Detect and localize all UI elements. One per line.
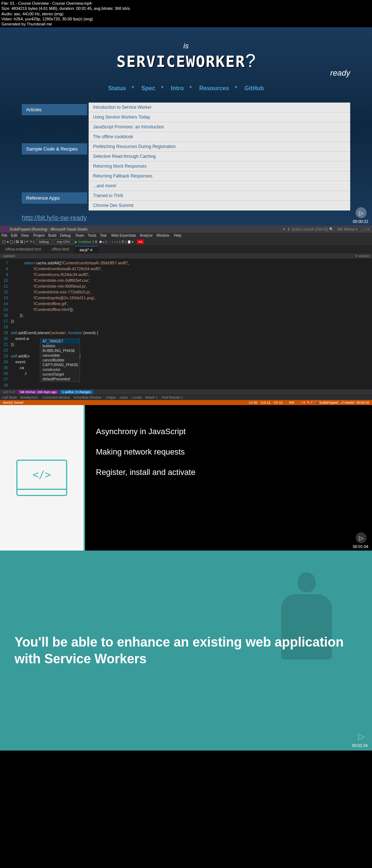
code-line[interactable]: 16 });: [0, 312, 372, 318]
code-line[interactable]: 19self.addEventListener('activate', func…: [0, 330, 372, 336]
section-link[interactable]: Returning Fallback Responses: [89, 171, 350, 181]
intellisense-item[interactable]: cancelable: [40, 353, 80, 358]
status-bar: Item(s) Saved Ln 20 Col 12 Ch 12 INS ↑ 0…: [0, 400, 372, 405]
code-line[interactable]: 12 '/Content/drink-min-772e60c5.js',: [0, 289, 372, 295]
vs-icon: [2, 227, 7, 232]
intellisense-item[interactable]: BUBBLING_PHASE: [40, 348, 80, 353]
breadcrumb[interactable]: <global> ▾ version: [0, 253, 372, 259]
thumbnail-3: </> Asynchrony in JavaScript Making netw…: [0, 405, 372, 551]
tab-offline[interactable]: offline.html: [46, 246, 74, 253]
timestamp: 00:00:22: [353, 219, 368, 224]
intellisense-item[interactable]: bubbles: [40, 344, 80, 348]
thumbnail-1: is SERVICEWORKER? ready Status* Spec* In…: [0, 27, 372, 225]
section-link[interactable]: Trained to Thrill: [89, 191, 350, 201]
topics-list: Asynchrony in JavaScript Making network …: [84, 405, 372, 551]
code-line[interactable]: 14 '/Content/offline.gif',: [0, 301, 372, 307]
code-line[interactable]: 11 '/Content/site-min-f00f9ead.js',: [0, 283, 372, 289]
section-link[interactable]: Returning Mock Responses: [89, 161, 350, 171]
intellisense-item[interactable]: currentTarget: [40, 372, 80, 377]
section-header: Sample Code & Recipes: [22, 143, 87, 155]
timestamp: 00:01:24: [352, 743, 368, 748]
intellisense-item[interactable]: cancelBubble: [40, 358, 80, 363]
section-link[interactable]: ...and more!: [89, 181, 350, 191]
thumbnail-4: You'll be able to enhance an existing we…: [0, 551, 372, 751]
section-link[interactable]: Introduction to Service Worker: [89, 103, 350, 112]
headline-text: You'll be able to enhance an existing we…: [15, 634, 357, 668]
intellisense-item[interactable]: CAPTURING_PHASE: [40, 363, 80, 367]
code-line[interactable]: 13 '/Content/sprite@2x-183dcf11.png',: [0, 295, 372, 301]
vs-menubar[interactable]: FileEditView ProjectBuildDebug TeamTools…: [0, 233, 372, 238]
section-header: Articles: [22, 104, 87, 115]
section-link[interactable]: Selective Read-through Caching: [89, 152, 350, 161]
code-editor[interactable]: 7 return cache.addAll(['/Content/comfort…: [0, 259, 372, 389]
section-link[interactable]: The offline cookbook: [89, 132, 350, 142]
intellisense-item[interactable]: constructor: [40, 367, 80, 372]
editor-tabs[interactable]: offline-embedded.html offline.html sw.js…: [0, 246, 372, 253]
code-line[interactable]: 10 '/Content/site-min-5df883ef.css',: [0, 277, 372, 283]
intellisense-item[interactable]: defaultPrevented: [40, 377, 80, 381]
git-blame-bar: 100 % ▾ Nik Molnar, 168 days ago 1 autho…: [0, 389, 372, 395]
nav-menu[interactable]: Status* Spec* Intro* Resources* GitHub: [22, 85, 350, 92]
thumbnail-2-visualstudio: SodaPopped (Running) - Microsoft Visual …: [0, 225, 372, 405]
timestamp: 00:01:04: [353, 544, 368, 549]
vs-toolbar[interactable]: ◯ ▾ ◯ | 🖫 🖫 | ↶ ↷ | Debug Any CPU ▶ Cont…: [0, 238, 372, 246]
code-line[interactable]: 9 '/Content/icons-f524dc34.woff2',: [0, 272, 372, 277]
section-link[interactable]: Prefetching Resources During Registratio…: [89, 142, 350, 152]
intellisense-item[interactable]: AT_TARGET: [40, 339, 80, 344]
section-header: Reference Apps: [22, 192, 87, 204]
url-link[interactable]: http://bit.ly/is-sw-ready: [22, 214, 350, 222]
code-line[interactable]: 15 '/Content/offline.html']);: [0, 307, 372, 312]
section-link[interactable]: Chrome Dev Summit: [89, 201, 350, 211]
tab-swjs[interactable]: sw.js* ✕: [74, 246, 98, 253]
tab-offline-embedded[interactable]: offline-embedded.html: [0, 246, 46, 253]
code-line[interactable]: 8 '/Content/comfortaaB-d1729c54.woff2',: [0, 266, 372, 272]
code-line[interactable]: 7 return cache.addAll(['/Content/comfort…: [0, 260, 372, 266]
code-line[interactable]: 17});: [0, 318, 372, 324]
serviceworker-logo: is SERVICEWORKER? ready: [22, 42, 350, 78]
code-line[interactable]: 18: [0, 324, 372, 330]
code-line[interactable]: 28: [0, 382, 372, 388]
output-tabs[interactable]: Call StackBreakpoints Command WindowImme…: [0, 395, 372, 400]
vs-titlebar: SodaPopped (Running) - Microsoft Visual …: [0, 225, 372, 233]
section-link[interactable]: Using Service Workers Today: [89, 112, 350, 122]
intellisense-popup[interactable]: AT_TARGETbubblesBUBBLING_PHASEcancelable…: [40, 339, 80, 382]
file-metadata: File: 01 - Course Overview - Course Over…: [0, 0, 372, 27]
play-icon[interactable]: ▷: [356, 207, 367, 218]
laptop-code-icon: </>: [16, 460, 67, 496]
icon-sidebar: </>: [0, 405, 84, 551]
play-icon[interactable]: ▷: [358, 731, 365, 741]
section-link[interactable]: JavaScript Promises: an Introduction: [89, 122, 350, 132]
